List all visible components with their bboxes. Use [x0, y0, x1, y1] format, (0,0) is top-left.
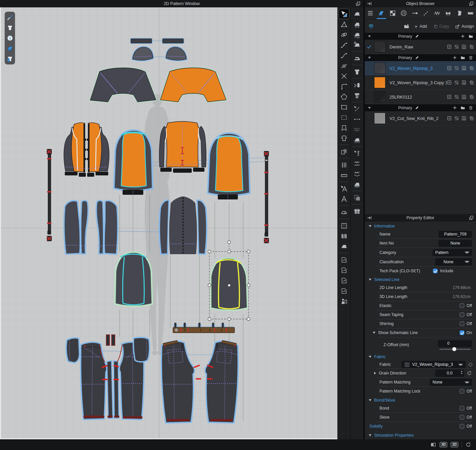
add-colorway-icon[interactable]	[447, 94, 452, 100]
pattern-annotation-tool[interactable]	[339, 184, 349, 193]
duplicate-icon[interactable]	[469, 94, 474, 100]
bundle-tool[interactable]	[352, 206, 362, 216]
fold-pattern-4-tool[interactable]	[339, 286, 349, 296]
slider-thumb[interactable]	[452, 347, 456, 351]
tab-buttonhole[interactable]	[410, 8, 420, 18]
add-folder-icon[interactable]	[404, 23, 410, 29]
section-bond-skive[interactable]: Bond/Skive	[365, 396, 476, 404]
float-window-icon[interactable]	[469, 215, 474, 220]
edit-round-corner-tool[interactable]	[339, 82, 349, 91]
tab-trim[interactable]	[387, 8, 398, 18]
tab-measure[interactable]	[465, 8, 475, 18]
sleeve-piece-2[interactable]	[208, 133, 250, 200]
lasso-select-tool[interactable]	[339, 113, 349, 122]
pleats-panel-tool[interactable]	[339, 221, 349, 231]
edit-curvature-tool[interactable]	[339, 40, 349, 50]
3d-window-button[interactable]: 3D	[440, 442, 447, 447]
pattern-overlay-tool[interactable]	[352, 193, 362, 202]
fabric-detail-icon[interactable]	[468, 362, 473, 367]
freeze-garment-icon[interactable]	[7, 55, 13, 62]
trace-pattern-tool[interactable]	[339, 133, 349, 143]
fabric-item-row[interactable]: V2_Woven_Ripstop_3 Copy 1	[365, 76, 476, 90]
colorway-grid-icon[interactable]	[454, 44, 459, 49]
reset-grain-icon[interactable]	[467, 370, 472, 376]
sleeve-piece-1[interactable]	[114, 130, 153, 195]
shirring-checkbox[interactable]	[460, 321, 464, 326]
fabric-item-row[interactable]: V2_Woven_Ripstop_3	[365, 61, 476, 76]
add-colorway-icon[interactable]	[447, 116, 452, 121]
save-icon[interactable]	[461, 44, 467, 49]
remove-basting-tool[interactable]	[352, 125, 362, 134]
bond-checkbox[interactable]	[460, 406, 464, 411]
save-icon[interactable]	[461, 94, 467, 100]
name-input[interactable]: Pattern_709	[439, 231, 472, 238]
text-tool-tool[interactable]	[339, 194, 349, 204]
float-window-icon[interactable]	[469, 1, 474, 6]
rectangle-pattern-tool[interactable]	[339, 102, 349, 112]
section-selected-line[interactable]: Selected Line	[365, 276, 476, 283]
colorway-sync-icon[interactable]	[368, 23, 374, 29]
fabric-swatch[interactable]	[374, 77, 385, 88]
solidify-checkbox[interactable]	[460, 424, 464, 429]
2d-window-button[interactable]: 2D	[451, 442, 458, 447]
fabric-item-row[interactable]: V2_Cut_Sew_Knit_Rib_2	[365, 111, 476, 126]
section-fabric[interactable]: Fabric	[365, 353, 476, 360]
colorway-grid-icon[interactable]	[454, 80, 459, 85]
expand-triangle-icon[interactable]	[374, 372, 376, 374]
polygon-pattern-tool[interactable]	[339, 92, 349, 102]
fabric-view-icon[interactable]	[7, 45, 13, 52]
sew-basting-tool[interactable]	[352, 135, 362, 145]
section-information[interactable]: Information	[365, 222, 476, 230]
fabric-item-row[interactable]: Denim_Raw	[365, 40, 476, 54]
add-item-icon[interactable]	[460, 34, 465, 39]
fabric-swatch[interactable]	[374, 41, 385, 52]
transform-pattern-tool[interactable]	[339, 9, 349, 19]
save-icon[interactable]	[461, 65, 467, 71]
z-offset-slider[interactable]	[439, 349, 471, 350]
collapse-triangle-icon[interactable]	[373, 332, 375, 334]
tab-button[interactable]	[399, 8, 409, 18]
add-item-icon[interactable]	[452, 105, 457, 110]
edit-pattern-tool[interactable]	[339, 19, 349, 29]
reset-view-icon[interactable]	[465, 442, 471, 448]
pattern-matching-select[interactable]: None	[430, 379, 472, 386]
tack-tool[interactable]	[352, 114, 362, 124]
duplicate-icon[interactable]	[469, 44, 474, 49]
shirring-free-tool[interactable]	[352, 169, 362, 179]
shirring-machine-tool[interactable]	[352, 179, 362, 189]
center-back-pieces[interactable]	[159, 196, 207, 255]
folder-icon[interactable]	[460, 105, 465, 110]
group-header[interactable]: Primary	[365, 33, 476, 40]
clone-offset-pattern-tool[interactable]	[339, 147, 349, 156]
save-icon[interactable]	[461, 116, 467, 121]
fabric-swatch[interactable]	[374, 62, 385, 74]
show-3d-garment-tool[interactable]	[352, 67, 362, 77]
collapse-panel-icon[interactable]	[367, 1, 372, 6]
z-offset-input[interactable]: 0	[438, 340, 472, 347]
category-select[interactable]: Pattern	[433, 249, 472, 256]
copy-button[interactable]: Copy	[433, 24, 449, 29]
colorway-grid-icon[interactable]	[454, 94, 459, 100]
basting-tape-tool[interactable]	[352, 104, 362, 114]
assign-button[interactable]: Assign	[455, 24, 474, 29]
rename-icon[interactable]	[415, 55, 419, 60]
fold-pattern-3-tool[interactable]	[339, 276, 349, 285]
arrange-on-avatar-tool[interactable]	[339, 296, 349, 306]
compare-length-tool[interactable]	[339, 170, 349, 180]
edit-sewing-tool[interactable]	[352, 40, 362, 50]
fold-pattern-1-tool[interactable]	[339, 255, 349, 265]
fold-arrangement-tool[interactable]	[352, 53, 362, 63]
edit-texture-tool[interactable]	[352, 80, 362, 90]
shirring-segment-tool[interactable]	[352, 159, 362, 168]
pleats-sewing-tool[interactable]	[339, 242, 349, 251]
tech-pack-checkbox[interactable]	[433, 269, 438, 273]
add-point-split-line-tool[interactable]	[339, 61, 349, 70]
matching-lock-checkbox[interactable]	[460, 389, 464, 394]
trash-icon[interactable]	[468, 55, 473, 60]
seam-taping-checkbox[interactable]	[460, 312, 464, 317]
tab-topstitch[interactable]	[421, 8, 431, 18]
classification-select[interactable]: None	[435, 258, 472, 266]
item-no-input[interactable]: None	[439, 240, 472, 247]
elastic-checkbox[interactable]	[460, 303, 464, 308]
schematic-checkbox[interactable]	[460, 330, 464, 335]
